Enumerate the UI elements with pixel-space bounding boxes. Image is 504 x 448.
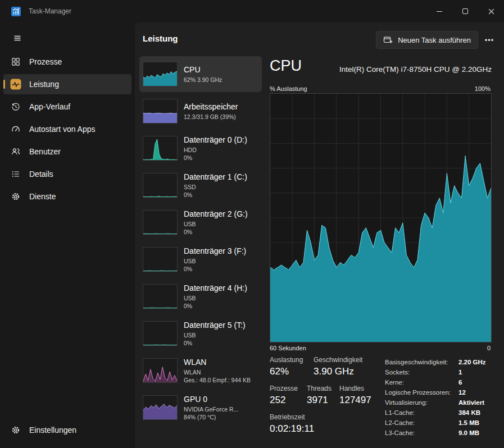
cpu-specs: Basisgeschwindigkeit: 2.20 GHz Sockets: … — [385, 357, 500, 438]
new-task-icon — [383, 35, 393, 44]
maximize-icon — [462, 8, 468, 14]
spec-value: 384 KB — [458, 408, 480, 418]
nav-menu-toggle[interactable] — [7, 29, 28, 48]
perf-item-subtitle-1: 12.3/31.9 GB (39%) — [184, 113, 238, 121]
page-title: Leistung — [143, 34, 178, 43]
startup-icon — [10, 124, 21, 135]
navigation-sidebar: Prozesse Leistung App-Verlauf Autostart … — [0, 22, 135, 448]
detail-title: CPU — [270, 57, 302, 75]
perf-item-disk2[interactable]: Datenträger 2 (G:) USB 0% — [139, 204, 262, 240]
perf-item-title: Arbeitsspeicher — [184, 102, 238, 111]
spec-row: Kerne: 6 — [385, 377, 500, 387]
sidebar-item-dienste[interactable]: Dienste — [3, 186, 131, 207]
stat-handles: Handles 127497 — [339, 385, 371, 406]
spec-row: L1-Cache: 384 KB — [385, 408, 500, 418]
perf-item-subtitle-1: 62% 3.90 GHz — [184, 76, 222, 84]
spec-value: 9.0 MB — [458, 428, 479, 438]
history-icon — [10, 101, 21, 112]
perf-item-disk4[interactable]: Datenträger 4 (H:) USB 0% — [139, 278, 262, 314]
more-options-button[interactable]: ••• — [480, 31, 498, 49]
sidebar-item-details[interactable]: Details — [3, 164, 131, 184]
spec-label: Sockets: — [385, 367, 458, 377]
sidebar-item-label: Leistung — [29, 80, 59, 89]
task-manager-window: Task-Manager Prozesse Leistung App-Verla… — [0, 0, 504, 448]
sidebar-item-label: Details — [29, 170, 53, 179]
perf-item-disk3[interactable]: Datenträger 3 (F:) USB 0% — [139, 241, 262, 277]
perf-item-subtitle-1: HDD — [184, 146, 247, 154]
spec-value: 2.20 GHz — [458, 357, 486, 367]
hamburger-icon — [13, 34, 22, 44]
perf-item-title: Datenträger 3 (F:) — [184, 246, 246, 255]
perf-item-title: Datenträger 2 (G:) — [184, 209, 248, 218]
selected-indicator — [3, 80, 5, 89]
cpu-stats: Auslastung 62% Geschwindigkeit 3.90 GHz … — [270, 356, 382, 442]
perf-item-subtitle-1: USB — [184, 294, 247, 302]
perf-item-title: GPU 0 — [184, 395, 238, 404]
perf-item-title: WLAN — [184, 358, 251, 367]
perf-item-subtitle-2: 0% — [184, 154, 247, 162]
disk5-thumbnail-chart — [143, 321, 178, 346]
titlebar: Task-Manager — [0, 0, 504, 22]
run-new-task-button[interactable]: Neuen Task ausführen — [376, 31, 478, 49]
run-new-task-label: Neuen Task ausführen — [398, 36, 471, 44]
perf-item-subtitle-1: SSD — [184, 183, 247, 191]
perf-item-title: Datenträger 4 (H:) — [184, 284, 247, 292]
perf-item-subtitle-2: 0% — [184, 228, 248, 236]
sidebar-item-prozesse[interactable]: Prozesse — [3, 52, 131, 72]
perf-item-memory[interactable]: Arbeitsspeicher 12.3/31.9 GB (39%) — [139, 93, 262, 129]
spec-label: Basisgeschwindigkeit: — [385, 357, 458, 367]
perf-item-cpu[interactable]: CPU 62% 3.90 GHz — [139, 56, 262, 92]
chart-y-max-label: 100% — [475, 85, 491, 92]
window-controls — [426, 0, 504, 22]
perf-item-subtitle-2: 0% — [184, 191, 247, 199]
sidebar-item-app-verlauf[interactable]: App-Verlauf — [3, 97, 131, 117]
sidebar-item-label: Autostart von Apps — [29, 125, 96, 134]
spec-row: Logische Prozessoren: 12 — [385, 387, 500, 397]
spec-label: L2-Cache: — [385, 418, 458, 428]
sidebar-item-einstellungen[interactable]: Einstellungen — [3, 420, 131, 440]
perf-item-disk5[interactable]: Datenträger 5 (T:) USB 0% — [139, 316, 262, 351]
stat-prozesse: Prozesse 252 — [270, 385, 307, 406]
maximize-button[interactable] — [452, 0, 478, 22]
task-manager-logo-icon — [11, 7, 21, 16]
perf-item-subtitle-1: USB — [184, 331, 246, 339]
sidebar-item-leistung[interactable]: Leistung — [3, 74, 131, 94]
spec-row: L2-Cache: 1.5 MB — [385, 418, 500, 428]
perf-item-disk0[interactable]: Datenträger 0 (D:) HDD 0% — [139, 130, 262, 166]
spec-value: 1.5 MB — [458, 418, 479, 428]
performance-list: CPU 62% 3.90 GHz Arbeitsspeicher 12.3/31… — [139, 56, 262, 427]
spec-value: 1 — [458, 367, 462, 377]
chart-y-axis-label: % Auslastung — [270, 85, 307, 92]
close-icon — [488, 8, 494, 15]
users-icon — [10, 146, 21, 157]
disk3-thumbnail-chart — [143, 247, 178, 272]
spec-value: 6 — [458, 377, 462, 387]
wlan-thumbnail-chart — [143, 358, 178, 383]
cpu-detail-panel: CPU Intel(R) Core(TM) i7-8750H CPU @ 2.2… — [270, 56, 500, 448]
close-button[interactable] — [478, 0, 504, 22]
spec-row: Virtualisierung: Aktiviert — [385, 397, 500, 408]
perf-item-disk1[interactable]: Datenträger 1 (C:) SSD 0% — [139, 167, 262, 203]
sidebar-item-label: Einstellungen — [29, 426, 76, 435]
perf-item-subtitle-1: USB — [184, 257, 246, 265]
spec-label: Virtualisierung: — [385, 397, 458, 408]
disk1-thumbnail-chart — [143, 173, 178, 198]
gpu0-thumbnail-chart — [143, 395, 178, 420]
perf-item-subtitle-1: USB — [184, 220, 248, 228]
perf-item-subtitle-2: 0% — [184, 265, 246, 273]
cpu-usage-chart — [270, 94, 491, 342]
settings-gear-icon — [10, 424, 21, 436]
minimize-icon — [437, 11, 442, 12]
perf-item-wlan[interactable]: WLAN WLAN Ges.: 48.0 Empf.: 944 KB — [139, 353, 262, 388]
spec-row: L3-Cache: 9.0 MB — [385, 428, 500, 438]
nav-list: Prozesse Leistung App-Verlauf Autostart … — [0, 52, 135, 209]
sidebar-item-benutzer[interactable]: Benutzer — [3, 141, 131, 162]
minimize-button[interactable] — [426, 0, 452, 22]
nav-footer: Einstellungen — [0, 420, 135, 442]
perf-item-title: Datenträger 5 (T:) — [184, 321, 246, 330]
perf-item-title: Datenträger 0 (D:) — [184, 135, 247, 144]
perf-item-gpu0[interactable]: GPU 0 NVIDIA GeForce R... 84% (70 °C) — [139, 390, 262, 426]
disk4-thumbnail-chart — [143, 284, 178, 309]
sidebar-item-autostart[interactable]: Autostart von Apps — [3, 119, 131, 139]
spec-label: L1-Cache: — [385, 408, 458, 418]
